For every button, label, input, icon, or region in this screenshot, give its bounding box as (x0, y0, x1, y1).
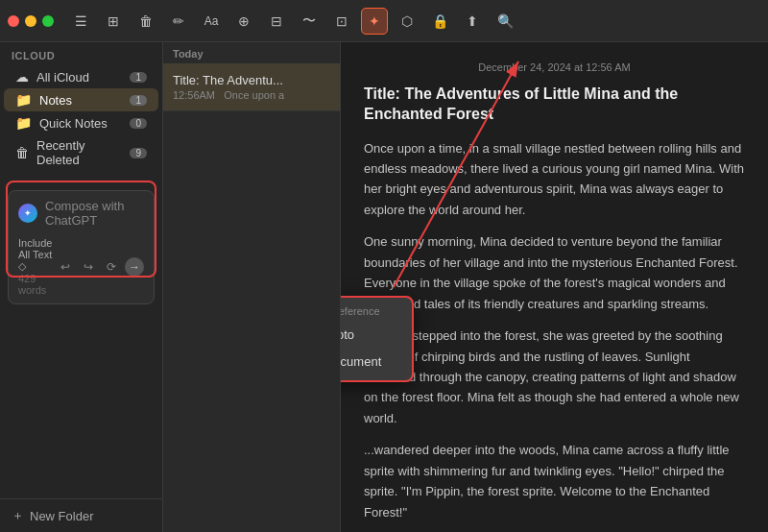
sidebar-item-badge: 9 (130, 148, 147, 158)
lock-icon[interactable]: 🔒 (426, 8, 453, 35)
ai-input[interactable]: Compose with ChatGPT (45, 199, 144, 228)
reference-document-item[interactable]: 📎 Document (341, 348, 412, 375)
note-paragraph-1: Once upon a time, in a small village nes… (364, 138, 745, 221)
compose-icon[interactable]: ✏ (165, 8, 192, 35)
ai-sparkle-icon[interactable]: ✦ (361, 8, 388, 35)
sidebar-item-quick-notes[interactable]: 📁 Quick Notes 0 (4, 111, 158, 134)
ai-include-text[interactable]: Include All Text ◇ (18, 237, 56, 273)
sidebar-item-label: All iCloud (36, 70, 122, 85)
waveform-icon[interactable]: 〜 (296, 8, 323, 35)
close-button[interactable] (8, 15, 19, 27)
sidebar-item-all-icloud[interactable]: ☁ All iCloud 1 (4, 65, 158, 88)
note-paragraph-4: ...wandered deeper into the woods, Mina … (364, 440, 745, 522)
note-title: Title: The Adventures of Little Mina and… (364, 85, 745, 125)
photo-label: Photo (341, 327, 354, 342)
note-item-meta: 12:56AM Once upon a (173, 89, 330, 101)
note-content-area: December 24, 2024 at 12:56 AM Title: The… (341, 42, 768, 532)
notes-list-section: Today (163, 42, 340, 63)
reference-dropdown-header: Add a Reference (341, 303, 412, 321)
ai-panel: ✦ Compose with ChatGPT Include All Text … (8, 190, 155, 304)
ai-input-row: ✦ Compose with ChatGPT (18, 199, 144, 228)
list-view-icon[interactable]: ☰ (67, 8, 94, 35)
sidebar-item-notes[interactable]: 📁 Notes 1 (4, 88, 158, 111)
fullscreen-button[interactable] (42, 15, 54, 27)
sidebar: iCloud ☁ All iCloud 1 📁 Notes 1 📁 Quick … (0, 42, 163, 532)
table-icon[interactable]: ⊟ (263, 8, 290, 35)
note-item-preview: Once upon a (224, 89, 284, 101)
attachment-icon[interactable]: ⊕ (230, 8, 257, 35)
chatgpt-icon: ✦ (18, 204, 37, 223)
document-label: Document (341, 354, 381, 369)
folder-icon: 📁 (15, 115, 32, 131)
word-count: 429 words (18, 273, 56, 296)
refresh-icon[interactable]: ⟳ (102, 257, 121, 277)
traffic-lights (8, 15, 54, 27)
note-paragraph-3: As Mina stepped into the forest, she was… (364, 326, 745, 428)
ai-action-buttons: ↩ ↪ ⟳ → (56, 257, 144, 277)
new-folder-label: New Folder (30, 509, 93, 523)
reference-dropdown: Add a Reference 🖼 Photo 📎 Document (341, 297, 413, 381)
note-item-title: Title: The Adventu... (173, 73, 330, 87)
share-icon[interactable]: ⬆ (459, 8, 486, 35)
note-item-time: 12:56AM (173, 89, 215, 101)
redo-icon[interactable]: ↪ (79, 257, 98, 277)
reference-photo-item[interactable]: 🖼 Photo (341, 321, 412, 348)
font-icon[interactable]: Aa (198, 8, 225, 35)
search-icon[interactable]: 🔍 (492, 8, 518, 35)
plus-icon: ＋ (12, 507, 24, 524)
sidebar-item-label: Quick Notes (39, 116, 122, 131)
note-paragraph-2: One sunny morning, Mina decided to ventu… (364, 231, 745, 314)
trash-icon: 🗑 (15, 145, 29, 160)
ai-bottom-bar: Include All Text ◇ 429 words ↩ ↪ ⟳ → (18, 233, 144, 296)
cloud-icon: ☁ (15, 69, 29, 85)
undo-icon[interactable]: ↩ (56, 257, 75, 277)
image-icon[interactable]: ⊡ (328, 8, 355, 35)
notes-list: Today Title: The Adventu... 12:56AM Once… (163, 42, 341, 532)
new-folder-button[interactable]: ＋ New Folder (0, 498, 162, 532)
grid-view-icon[interactable]: ⊞ (100, 8, 127, 35)
toolbar: ☰ ⊞ 🗑 ✏ Aa ⊕ ⊟ 〜 ⊡ ✦ ⬡ 🔒 ⬆ 🔍 (0, 0, 768, 42)
sidebar-item-badge: 0 (130, 118, 147, 129)
note-timestamp: December 24, 2024 at 12:56 AM (364, 61, 745, 73)
sidebar-item-recently-deleted[interactable]: 🗑 Recently Deleted 9 (4, 134, 158, 171)
sidebar-item-label: Notes (39, 93, 122, 108)
tag-icon[interactable]: ⬡ (394, 8, 420, 35)
folder-icon: 📁 (15, 92, 32, 108)
main-area: iCloud ☁ All iCloud 1 📁 Notes 1 📁 Quick … (0, 42, 768, 532)
send-button[interactable]: → (125, 257, 144, 277)
sidebar-item-badge: 1 (130, 72, 147, 83)
sidebar-section-header: iCloud (0, 42, 162, 65)
note-list-item[interactable]: Title: The Adventu... 12:56AM Once upon … (163, 63, 340, 111)
minimize-button[interactable] (25, 15, 36, 27)
sidebar-item-badge: 1 (130, 95, 147, 106)
sidebar-item-label: Recently Deleted (36, 138, 122, 167)
delete-icon[interactable]: 🗑 (132, 8, 159, 35)
